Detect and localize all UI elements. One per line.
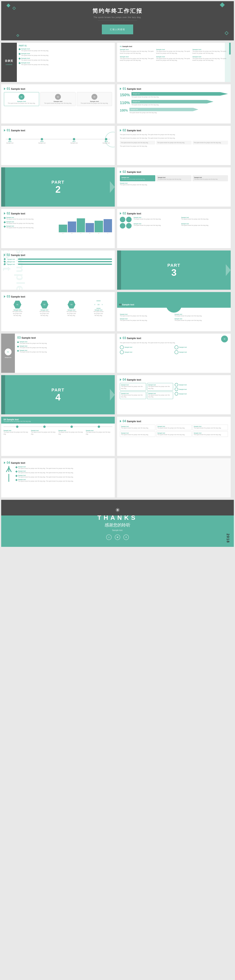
contents-title: 目录页 xyxy=(5,59,13,63)
col-5: Sample text The quick brown fox jumps ov… xyxy=(156,56,192,62)
teal-header-bar: 04 Sample text The quick brown fox jumps… xyxy=(1,417,115,423)
mb-4: Sample text The quick brown fox jumps ov… xyxy=(16,479,112,482)
thanks-content: ✳ THANKS 感谢您的聆听 Sample text. ☺ ❀ ✦ xyxy=(1,500,234,547)
bullet-diamond-1 xyxy=(3,217,6,219)
slide-03-hexagons: 03 Sample text 01 Sample text The quick … xyxy=(1,292,115,331)
slide-title-04b: 04 Sample text xyxy=(120,420,228,423)
card-circle-3: 03 xyxy=(92,94,97,100)
part-side-bar xyxy=(1,167,5,207)
dot-1 xyxy=(17,341,19,343)
hbar-diamond-1 xyxy=(3,258,6,260)
slide-cc-content: 03 Sample text 03 The quick brown fox ju… xyxy=(117,334,231,373)
slide-02-vertical: sample text 02 Sample text Sample text S… xyxy=(1,250,115,290)
card-1: 01 Sample text The quick brown fox jumps… xyxy=(4,92,39,106)
contents-right: PART 01 Sample text The quick brown fox … xyxy=(17,43,115,82)
vbar-5 xyxy=(95,221,103,232)
hbar-fill-1 xyxy=(18,259,112,260)
3x2-grid: Sample text The quick brown fox jumps ov… xyxy=(120,425,228,437)
bullet-list: Sample text The quick brown fox jumps ov… xyxy=(4,217,57,234)
slide-02-content: 02 Sample text The quick brown fox jumps… xyxy=(117,126,231,165)
slide-bull-content: 04 Sample text xyxy=(1,458,115,498)
outline-circle-1 xyxy=(120,345,124,349)
contents-item-4: Sample text The quick brown fox jumps ov… xyxy=(19,62,113,66)
circle-list-3: Sample text xyxy=(175,392,228,396)
g3-4: Sample text The quick brown fox jumps ov… xyxy=(120,431,155,437)
cc-row-1: Sample text xyxy=(120,345,173,349)
lower-2: Sample text The quick brown fox jumps ov… xyxy=(175,313,228,317)
box-grid: Sample text The quick brown fox jumps ov… xyxy=(120,175,228,181)
circle-1: 01 xyxy=(5,348,11,355)
pct-row-110: 110% Sample text The quick brown fox jum… xyxy=(120,100,228,106)
grid-cell-1: Sample text The quick brown fox jumps ov… xyxy=(133,217,180,222)
cards-grid: 01 Sample text The quick brown fox jumps… xyxy=(4,92,112,106)
lower-4: Sample text The quick brown fox jumps ov… xyxy=(175,318,228,321)
mb-diamond-1 xyxy=(15,466,17,468)
slide-03-circles: 01 Sample text 03 Sample text Sample tex… xyxy=(1,334,115,373)
hex-outline: 04 xyxy=(95,301,102,309)
thanks-icon-3: ✦ xyxy=(123,535,129,540)
hbar-row-2: Sample text xyxy=(4,261,112,262)
main-title: 简约年终工作汇报 xyxy=(92,7,143,15)
vbar-2 xyxy=(68,221,76,232)
part4-content: PART 4 xyxy=(1,375,115,414)
card-2: 02 Sample text The quick brown fox jumps… xyxy=(40,92,76,106)
teal-arrow-9 xyxy=(4,295,5,298)
text-box-1: The quick brown fox jumps over the lazy … xyxy=(120,141,155,145)
slide-cards-content: 01 Sample text 01 Sample text The quick … xyxy=(1,84,115,124)
thanks-chinese-text: 感谢您的聆听 xyxy=(105,522,130,528)
two-by-two-b: Sample text Sample text Sample text Samp… xyxy=(120,345,228,354)
teal-arrow-11 xyxy=(120,379,121,381)
part3-content: PART 3 xyxy=(117,250,231,290)
cl-circle-2 xyxy=(175,388,178,391)
arrow-shape-150: Sample text xyxy=(132,92,228,95)
col-3: Sample text The quick brown fox jumps ov… xyxy=(192,49,228,54)
pct-row-100: 100% Sample text The quick brown fox jum… xyxy=(120,108,228,114)
hex-item-1: 01 Sample text The quick brown fox jumps… xyxy=(12,301,23,317)
bull-2: Sample text The quick brown fox jumps ov… xyxy=(17,345,113,349)
content-area: The quick brown fox jumps over the lazy … xyxy=(120,134,228,147)
slide-title-03b: 03 Sample text xyxy=(17,336,113,339)
starburst-icon: ✳ xyxy=(115,507,120,513)
pct-arrow-150: Sample text The quick brown fox jumps ov… xyxy=(132,92,228,98)
clover-icon xyxy=(120,217,132,229)
part3-arrow xyxy=(226,264,231,276)
slide-title-03: 03 Sample text xyxy=(4,295,112,298)
contents-subtitle: contents xyxy=(6,64,12,65)
slide-title-02c: 02 Sample text xyxy=(4,212,112,215)
slide-title-02: 02 Sample text xyxy=(120,129,228,132)
slide-02-textcols: 02 Sample text The quick brown fox jumps… xyxy=(117,126,231,165)
tl-dot-1 xyxy=(16,425,18,428)
slide-hex-content: 03 Sample text 01 Sample text The quick … xyxy=(1,292,115,331)
card-teal-3: Sample text The quick brown fox jumps ov… xyxy=(120,391,146,399)
g3-3: Sample text The quick brown fox jumps ov… xyxy=(192,425,228,430)
vbar-1 xyxy=(59,224,67,232)
timeline-items: 2015 Sample text 2016 Sample text 2017 S… xyxy=(4,138,112,144)
timeline-dot-1 xyxy=(9,138,11,140)
slide-title-02b: 02 Sample text xyxy=(120,170,228,173)
slide-title-04: 04 Sample text xyxy=(120,378,228,382)
slide-timeline: 01 Sample text 2015 Sample text 2016 xyxy=(1,126,115,165)
two-by-two: Sample text The quick brown fox jumps ov… xyxy=(133,217,228,229)
diamond-deco-4 xyxy=(225,31,229,35)
part2-slide: PART 2 xyxy=(1,167,115,207)
slide-num-label: 01 Sample text xyxy=(120,46,228,48)
slide-02-bars: 02 Sample text Sample text The quick bro… xyxy=(1,209,115,248)
y-shape-container xyxy=(4,466,14,483)
diamond-deco-1 xyxy=(6,3,10,8)
diamond-icon-4 xyxy=(18,62,21,64)
fc-2: Sample text The quick brown fox jumps ov… xyxy=(31,430,57,435)
corner-circle: 03 xyxy=(221,336,228,342)
pct-arrow-110: Sample text The quick brown fox jumps ov… xyxy=(132,100,228,106)
four-col: Sample text The quick brown fox jumps ov… xyxy=(3,430,113,435)
three-col-grid: Sample text The quick brown fox jumps ov… xyxy=(120,49,228,54)
cc-row-4: Sample text xyxy=(175,350,228,354)
card-3: 03 Sample text The quick brown fox jumps… xyxy=(77,92,112,106)
slide-02-clover: 02 Sample text Sample text The quick b xyxy=(117,209,231,248)
bull-3: Sample text The quick brown fox jumps ov… xyxy=(17,350,113,353)
dot-2 xyxy=(17,346,19,347)
pct-rows: 150% Sample text The quick brown fox jum… xyxy=(120,92,228,113)
dot-3 xyxy=(17,350,19,352)
timeline-dot-4 xyxy=(105,138,107,140)
slide-bars-content: 02 Sample text Sample text The quick bro… xyxy=(1,209,115,248)
diamond-deco-2 xyxy=(13,7,16,10)
